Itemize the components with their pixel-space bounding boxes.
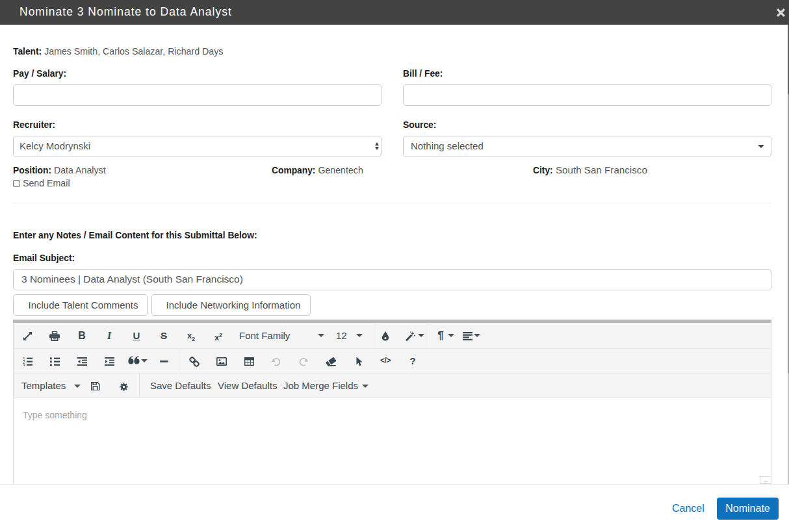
svg-text:3: 3 <box>23 363 25 366</box>
